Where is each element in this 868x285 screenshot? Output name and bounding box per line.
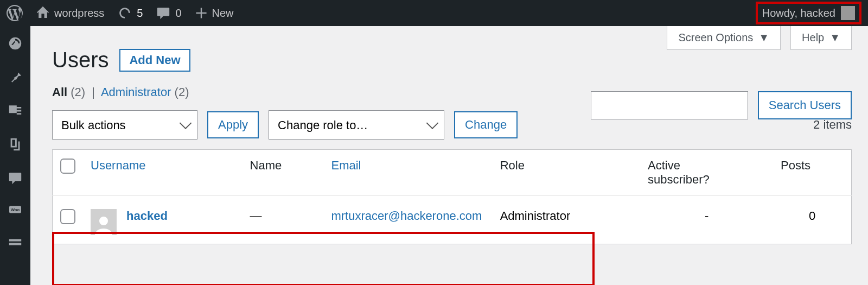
search-users-button[interactable]: Search Users bbox=[758, 91, 852, 119]
wordpress-icon bbox=[7, 5, 23, 21]
user-avatar-icon bbox=[91, 209, 117, 235]
col-username[interactable]: Username bbox=[83, 150, 242, 196]
update-icon bbox=[117, 5, 132, 21]
cell-posts: 0 bbox=[773, 196, 851, 244]
updates-link[interactable]: 5 bbox=[117, 5, 143, 21]
comments-icon[interactable] bbox=[8, 170, 23, 186]
items-count: 2 items bbox=[813, 118, 852, 132]
users-table: Username Name Email Role Active subscrib… bbox=[52, 149, 852, 244]
filter-admin-count: (2) bbox=[175, 85, 189, 99]
change-role-select[interactable]: Change role to… bbox=[269, 110, 444, 140]
separator: | bbox=[92, 85, 95, 99]
col-email[interactable]: Email bbox=[323, 150, 492, 196]
plus-icon bbox=[195, 7, 208, 20]
new-label: New bbox=[212, 7, 234, 20]
row-checkbox[interactable] bbox=[60, 209, 75, 224]
col-name: Name bbox=[242, 150, 324, 196]
screen-options-button[interactable]: Screen Options ▼ bbox=[667, 26, 781, 50]
comments-link[interactable]: 0 bbox=[156, 5, 181, 21]
col-posts: Posts bbox=[773, 150, 851, 196]
screen-meta-links: Screen Options ▼ Help ▼ bbox=[667, 26, 852, 50]
filter-administrator[interactable]: Administrator bbox=[101, 85, 171, 99]
caret-down-icon: ▼ bbox=[758, 31, 769, 44]
comments-count: 0 bbox=[175, 7, 181, 20]
add-new-user-button[interactable]: Add New bbox=[119, 49, 190, 72]
admin-bar: wordpress 5 0 New Howdy, hacked bbox=[0, 0, 868, 26]
avatar-icon bbox=[841, 6, 855, 20]
cell-name: — bbox=[242, 196, 324, 244]
filter-all-count: (2) bbox=[71, 85, 85, 99]
wp-logo[interactable] bbox=[7, 5, 23, 21]
main-content: Screen Options ▼ Help ▼ Users Add New Al… bbox=[30, 26, 868, 285]
pages-icon[interactable] bbox=[8, 137, 23, 152]
dashboard-icon[interactable] bbox=[8, 36, 23, 51]
email-link[interactable]: mrtuxracer@hackerone.com bbox=[331, 209, 482, 223]
svg-point-4 bbox=[99, 217, 108, 225]
site-name-link[interactable]: wordpress bbox=[36, 6, 104, 20]
search-box: Search Users bbox=[591, 91, 852, 119]
apply-button[interactable]: Apply bbox=[207, 111, 259, 138]
home-icon bbox=[36, 6, 50, 20]
woocommerce-icon[interactable]: Woo bbox=[6, 204, 24, 216]
caret-down-icon: ▼ bbox=[829, 31, 840, 44]
page-title: Users bbox=[52, 48, 108, 72]
username-link[interactable]: hacked bbox=[126, 209, 168, 223]
new-content-link[interactable]: New bbox=[195, 7, 234, 20]
change-button[interactable]: Change bbox=[454, 111, 518, 138]
col-active-subscriber: Active subscriber? bbox=[640, 150, 773, 196]
bulk-actions-select[interactable]: Bulk actions bbox=[52, 110, 197, 140]
howdy-text: Howdy, hacked bbox=[762, 7, 835, 20]
pin-icon[interactable] bbox=[8, 69, 23, 85]
svg-text:Woo: Woo bbox=[11, 207, 20, 212]
col-role: Role bbox=[493, 150, 640, 196]
site-name: wordpress bbox=[54, 7, 104, 20]
filter-all[interactable]: All bbox=[52, 85, 67, 99]
admin-side-menu: Woo bbox=[0, 26, 30, 285]
media-icon[interactable] bbox=[8, 103, 23, 118]
generic-icon[interactable] bbox=[8, 235, 23, 250]
updates-count: 5 bbox=[137, 7, 143, 20]
screen-options-label: Screen Options bbox=[678, 31, 753, 44]
comment-icon bbox=[156, 5, 171, 21]
my-account[interactable]: Howdy, hacked bbox=[756, 2, 861, 24]
search-input[interactable] bbox=[591, 91, 748, 119]
help-label: Help bbox=[802, 31, 824, 44]
table-row: hacked — mrtuxracer@hackerone.com Admini… bbox=[53, 196, 852, 244]
svg-rect-3 bbox=[9, 243, 21, 245]
cell-role: Administrator bbox=[493, 196, 640, 244]
help-button[interactable]: Help ▼ bbox=[790, 26, 852, 50]
cell-active-subscriber: - bbox=[640, 196, 773, 244]
select-all-checkbox[interactable] bbox=[60, 159, 75, 174]
svg-rect-2 bbox=[9, 239, 21, 241]
